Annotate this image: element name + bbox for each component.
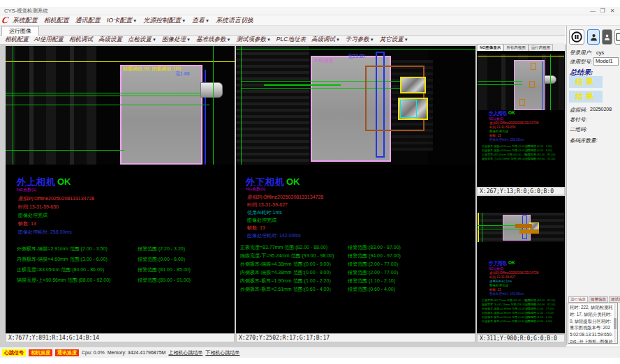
close-button[interactable]: ✕: [607, 7, 617, 15]
left-process-time: 图像处理耗时: 258.00ms: [18, 229, 72, 236]
measurement-row: 外侧极耳-极耳=2.61mm 范围:(0.60 - 4.00)报警范围:(0.6…: [482, 319, 552, 323]
tool-baseline-params[interactable]: 基准线参数▼: [196, 36, 230, 44]
exit-button[interactable]: [614, 29, 620, 45]
measurement-row: 内侧极耳-极耳=1.90mm 范围:(1.00 - 2.20)报警范围:(1.1…: [482, 315, 552, 319]
weld-inner-box: [400, 100, 417, 118]
green-measure-line: [478, 84, 522, 85]
thumb-tab-ng-display[interactable]: NG图像显示: [477, 44, 503, 51]
info-scrollbar[interactable]: [614, 304, 617, 344]
measurement-row: 内侧极耳-隔膜=4.38mm 范围:(0.00 - 9.00)报警范围:(2.0…: [482, 311, 554, 314]
model-label: 使用型号:: [570, 59, 593, 66]
run-pause-button[interactable]: [569, 29, 584, 45]
weld-detect-box: [398, 98, 428, 120]
tool-ai-usage-config[interactable]: AI使用配置: [34, 36, 64, 44]
user-icon: [589, 32, 598, 43]
camera-temp-badge: 相机温度: [29, 349, 52, 356]
cpu-usage: Cpu: 0.0%: [82, 350, 105, 355]
tool-spot-check[interactable]: 点检设置▼: [128, 36, 156, 44]
info-tabs: 运行信息 报警信息 调试信息: [568, 296, 620, 303]
thumb-tab-run-views[interactable]: 运行内视图: [529, 44, 554, 51]
app-window: CYS-视觉检测系统 — ❐ ✕ C 系统配置 相机配置 通讯配置 IO卡配置▼…: [0, 0, 620, 364]
menu-comm-config[interactable]: 通讯配置: [75, 16, 101, 25]
menu-system-config[interactable]: 系统配置: [13, 16, 38, 25]
thumb-upper-proc-time: 图像处理耗时: 258.00ms: [489, 138, 524, 142]
width-measure-label: 宽23.80: [348, 53, 365, 60]
info-tab-alarm[interactable]: 报警信息: [589, 296, 608, 303]
green-edge-line: [213, 46, 214, 165]
measurement-row: 外侧极耳-隔膜=4.38mm 范围:(0.00 - 9.00)报警范围:(2.0…: [482, 307, 554, 310]
green-measure-line: [6, 105, 209, 105]
info-tab-debug[interactable]: 调试信息: [609, 296, 620, 303]
tool-image-processing[interactable]: 图像处理▼: [162, 36, 191, 44]
tool-plc-address-table[interactable]: PLC地址表: [276, 36, 306, 44]
thumb-lower-done: 图像处理完成: [489, 284, 508, 287]
menu-io-config[interactable]: IO卡配置▼: [107, 16, 137, 25]
pause-icon: [570, 31, 583, 43]
menu-language-switch[interactable]: 系统语言切换: [216, 16, 253, 25]
tool-test-params[interactable]: 测试项参数▼: [236, 36, 270, 44]
overlay-label-block: [519, 229, 539, 234]
result-box-upper: 结果: [569, 76, 603, 88]
tool-advanced-settings[interactable]: 高级设置: [98, 36, 122, 44]
chevron-down-icon: ▼: [226, 38, 230, 42]
model-input[interactable]: Model1: [593, 57, 619, 66]
upper-camera-heartbeat-result[interactable]: 上相机心跳结果: [168, 349, 202, 356]
app-logo-icon: C: [1, 15, 9, 26]
login-user-label: 登录用户:: [570, 50, 593, 56]
virtual-code-value: 20250208: [590, 107, 612, 112]
measurement-row: 内侧极耳-隔膜=4.60mm 范围:(3.00 - 6.00)报警范围:(0.0…: [17, 256, 185, 263]
info-log-box[interactable]: 耗时: 222, 缺陷检测耗时: 17, 缺陷分类耗时: 0, 缺陷提取分区耗时…: [568, 303, 618, 344]
thumb-upper-done: 图像处理完成: [489, 130, 508, 133]
thumb-upper-ng: NG点数(1): [489, 117, 503, 121]
measurement-row: 外侧极耳-隔膜=2.91mm 范围:(2.00 - 3.50)报警范围:(2.2…: [482, 144, 552, 148]
info-tab-run[interactable]: 运行信息: [568, 296, 588, 303]
tool-camera-debug[interactable]: 相机调试: [69, 36, 93, 44]
image-dark-zone: [428, 46, 475, 165]
tab-strip: 运行图像: [0, 26, 566, 36]
machine-background: [236, 46, 309, 165]
memory-usage: Memory: 3424.41796875M: [108, 350, 166, 355]
user-manage-button[interactable]: [602, 29, 612, 45]
exit-door-icon: [615, 32, 620, 42]
comm-temp-badge: 通讯温度: [55, 349, 79, 356]
menu-light-config[interactable]: 光源控制配置▼: [143, 16, 186, 25]
tool-learning-params[interactable]: 学习参数▼: [346, 36, 374, 44]
weld-detect-box: [400, 77, 426, 93]
measurement-row: 隔膜宽度-上=90.56mm 范围:(88.00 - 92.00)报警范围:(8…: [482, 157, 555, 160]
left-camera-ok-status: OK: [57, 176, 71, 187]
product-region: [120, 65, 202, 165]
chevron-down-icon: ▼: [205, 19, 209, 23]
maximize-button[interactable]: ❐: [598, 7, 607, 15]
green-measure-line: [6, 93, 209, 93]
lower-camera-heartbeat-result[interactable]: 下相机心跳结果: [205, 349, 239, 356]
menu-camera-config[interactable]: 相机配置: [44, 16, 69, 25]
measurement-row: 内侧极耳-隔膜=4.60mm 范围:(3.00 - 6.00)报警范围:(0.0…: [482, 149, 552, 152]
measurement-row: 正极宽度=83.77mm 范围:(82.00 - 88.00)报警范围:(83.…: [240, 244, 401, 251]
tool-other-settings[interactable]: 其它设置▼: [380, 36, 408, 44]
tool-camera-config[interactable]: 相机配置: [5, 36, 29, 44]
menu-view[interactable]: 查看▼: [192, 16, 209, 25]
tool-advanced-debug[interactable]: 高级调试▼: [311, 36, 340, 44]
measurement-row: 正极宽度=83.77mm 范围:(82.00 - 88.00)报警范围:(83.…: [482, 298, 555, 302]
minimize-button[interactable]: —: [588, 7, 598, 15]
electrode-tab: [200, 82, 223, 98]
thumb-tab-all-views[interactable]: 所有内视图: [503, 44, 529, 51]
green-edge-line: [482, 213, 482, 242]
green-measure-line: [6, 150, 124, 151]
thumb-upper-image[interactable]: [478, 54, 564, 110]
right-ai-time: 使用AI耗时:1ms: [247, 209, 282, 216]
scrollbar-thumb[interactable]: [614, 318, 617, 329]
user-icon: [603, 33, 611, 42]
right-camera-image[interactable]: AI检测框 宽23.80: [236, 46, 475, 165]
green-edge-line: [550, 54, 551, 110]
green-measure-line: [264, 84, 341, 86]
tab-run-image[interactable]: 运行图像: [1, 26, 39, 36]
control-panel: 登录用户: cys 使用型号: Model1 总结果: 结果 结果 虚拟码: 2…: [566, 26, 620, 345]
left-barcode: 虚拟码:Offline20250208133134728: [18, 195, 94, 202]
thumb-lower-image[interactable]: [478, 213, 564, 242]
left-camera-image[interactable]: 阴极阈值:93, 阳极阈值:100 宽1.88: [6, 46, 235, 165]
left-ng-count: NG点数(1): [17, 187, 36, 193]
thumb-upper-title: 外上相机OK: [489, 110, 515, 116]
thumbnail-tabs: NG图像显示 所有内视图 运行内视图: [477, 43, 565, 51]
user-login-button[interactable]: [587, 29, 600, 45]
